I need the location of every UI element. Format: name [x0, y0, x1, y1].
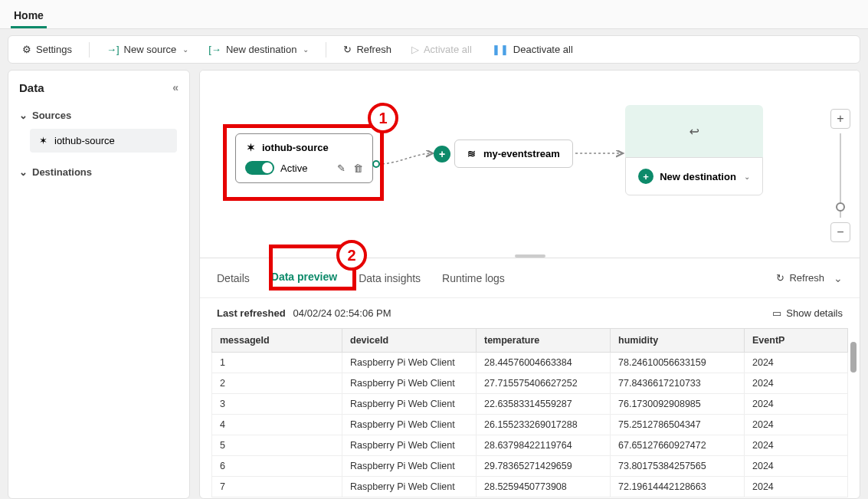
tab-data-preview[interactable]: Data preview	[271, 266, 337, 290]
table-row[interactable]: 4Raspberry Pi Web Client26.1552332690172…	[212, 415, 848, 435]
refresh-button[interactable]: ↻ Refresh	[336, 39, 399, 60]
sidebar-title: Data	[19, 81, 44, 94]
table-cell: 2	[212, 373, 342, 394]
table-cell: 22.63583314559287	[477, 394, 611, 415]
col-messageid[interactable]: messageId	[212, 329, 342, 353]
table-row[interactable]: 7Raspberry Pi Web Client28.5259450773908…	[212, 477, 848, 497]
table-row[interactable]: 3Raspberry Pi Web Client22.6358331455928…	[212, 394, 848, 415]
tab-runtime-logs[interactable]: Runtime logs	[442, 268, 505, 289]
table-cell: Raspberry Pi Web Client	[342, 415, 477, 435]
exit-icon: ↪	[689, 124, 699, 139]
callout-1: 1	[368, 103, 398, 133]
delete-icon[interactable]: 🗑	[353, 163, 363, 174]
destinations-section[interactable]: ⌄ Destinations	[16, 162, 182, 182]
iothub-icon: ✶	[38, 135, 48, 146]
add-before-stream-button[interactable]: +	[434, 146, 450, 163]
source-node-title: iothub-source	[262, 142, 329, 153]
activate-all-button[interactable]: ▷ Activate all	[404, 39, 480, 60]
toolbar: ⚙ Settings →] New source ⌄ [→ New destin…	[8, 35, 860, 64]
table-cell: 28.5259450773908	[477, 477, 611, 497]
table-cell: 2024	[745, 415, 848, 435]
edit-icon[interactable]: ✎	[337, 163, 346, 174]
refresh-icon: ↻	[776, 272, 784, 284]
zoom-slider[interactable]	[840, 133, 841, 218]
table-cell: 29.78365271429659	[477, 456, 611, 477]
chevron-down-icon: ⌄	[744, 172, 750, 181]
plus-icon: +	[638, 169, 653, 184]
arrow-out-icon: [→	[208, 44, 221, 55]
panel-refresh-button[interactable]: ↻ Refresh	[776, 272, 824, 284]
callout-2: 2	[336, 240, 367, 271]
new-destination-button[interactable]: [→ New destination ⌄	[201, 39, 316, 60]
chevron-down-icon: ⌄	[303, 45, 309, 54]
table-cell: 6	[212, 456, 342, 477]
table-cell: 72.19614442128663	[611, 477, 745, 497]
table-cell: 28.63798422119764	[477, 435, 611, 456]
pause-icon: ❚❚	[492, 44, 509, 55]
sidebar-item-iothub-source[interactable]: ✶ iothub-source	[30, 129, 177, 153]
table-cell: 76.1730092908985	[611, 394, 745, 415]
canvas[interactable]: ✶ iothub-source Active ✎ 🗑 + ≋	[200, 71, 860, 254]
table-cell: 27.715575406627252	[477, 373, 611, 394]
table-cell: Raspberry Pi Web Client	[342, 477, 477, 497]
table-cell: 2024	[745, 477, 848, 497]
chevron-down-icon: ⌄	[19, 110, 28, 121]
table-cell: 1	[212, 353, 342, 373]
col-deviceid[interactable]: deviceId	[342, 329, 477, 353]
table-cell: 3	[212, 394, 342, 415]
chevron-down-icon: ⌄	[182, 45, 188, 54]
new-destination-node-button[interactable]: + New destination ⌄	[625, 157, 763, 195]
table-row[interactable]: 6Raspberry Pi Web Client29.7836527142965…	[212, 456, 848, 477]
table-cell: 2024	[745, 353, 848, 373]
gear-icon: ⚙	[22, 44, 31, 55]
details-icon: ▭	[772, 307, 781, 319]
destination-zone: ↪ + New destination ⌄	[625, 105, 763, 216]
last-refreshed-label: Last refreshed	[217, 307, 286, 319]
zoom-out-button[interactable]: −	[830, 222, 850, 242]
chevron-down-icon: ⌄	[19, 166, 28, 178]
output-port[interactable]	[372, 160, 380, 168]
table-cell: 2024	[745, 456, 848, 477]
tab-home[interactable]: Home	[11, 5, 47, 28]
vertical-scrollbar[interactable]	[850, 328, 857, 447]
stream-icon: ≋	[467, 148, 476, 159]
zoom-in-button[interactable]: +	[830, 109, 850, 129]
source-node[interactable]: ✶ iothub-source Active ✎ 🗑	[235, 133, 373, 183]
settings-button[interactable]: ⚙ Settings	[15, 39, 80, 60]
active-status-label: Active	[280, 163, 307, 174]
tab-data-insights[interactable]: Data insights	[359, 268, 421, 289]
table-cell: 28.44576004663384	[477, 353, 611, 373]
panel-expand-icon[interactable]: ⌄	[834, 272, 843, 284]
table-row[interactable]: 2Raspberry Pi Web Client27.7155754066272…	[212, 373, 848, 394]
active-toggle[interactable]	[245, 161, 274, 175]
table-cell: Raspberry Pi Web Client	[342, 373, 477, 394]
iothub-icon: ✶	[245, 142, 256, 153]
last-refreshed-value: 04/02/24 02:54:06 PM	[293, 307, 391, 319]
collapse-sidebar-icon[interactable]: «	[172, 81, 179, 94]
table-cell: Raspberry Pi Web Client	[342, 456, 477, 477]
table-cell: 77.8436617210733	[611, 373, 745, 394]
show-details-button[interactable]: ▭ Show details	[772, 307, 843, 319]
eventstream-node[interactable]: ≋ my-eventstream	[454, 140, 573, 168]
table-row[interactable]: 5Raspberry Pi Web Client28.6379842211976…	[212, 435, 848, 456]
table-cell: 2024	[745, 435, 848, 456]
table-cell: 67.65127660927472	[611, 435, 745, 456]
data-sidebar: Data « ⌄ Sources ✶ iothub-source ⌄ Desti…	[8, 70, 190, 499]
table-cell: Raspberry Pi Web Client	[342, 435, 477, 456]
table-cell: 4	[212, 415, 342, 435]
zoom-control: + −	[829, 109, 852, 242]
sources-section[interactable]: ⌄ Sources	[16, 105, 182, 126]
table-row[interactable]: 1Raspberry Pi Web Client28.4457600466338…	[212, 353, 848, 373]
table-cell: Raspberry Pi Web Client	[342, 353, 477, 373]
col-temperature[interactable]: temperature	[477, 329, 611, 353]
refresh-icon: ↻	[343, 44, 352, 55]
new-source-button[interactable]: →] New source ⌄	[99, 39, 196, 60]
play-icon: ▷	[411, 44, 419, 55]
tab-details[interactable]: Details	[217, 268, 250, 289]
deactivate-all-button[interactable]: ❚❚ Deactivate all	[484, 39, 581, 60]
table-cell: 78.24610056633159	[611, 353, 745, 373]
table-cell: 5	[212, 435, 342, 456]
table-cell: 26.155233269017288	[477, 415, 611, 435]
col-eventp[interactable]: EventP	[745, 329, 848, 353]
col-humidity[interactable]: humidity	[611, 329, 745, 353]
